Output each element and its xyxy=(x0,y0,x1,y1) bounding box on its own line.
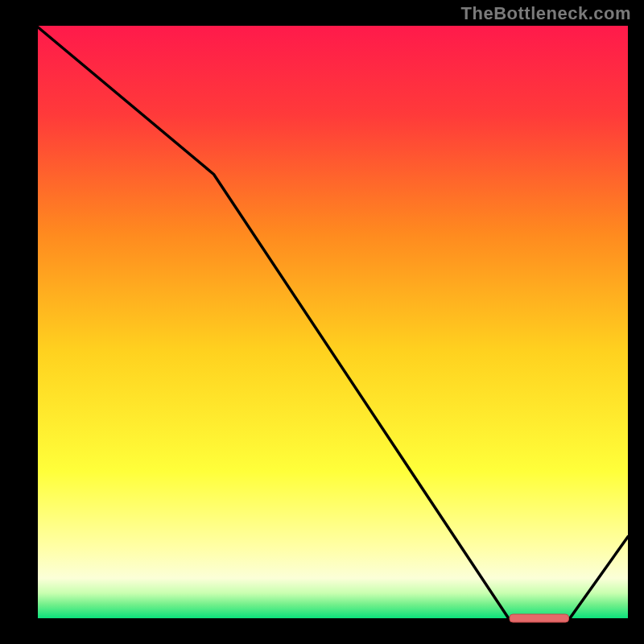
optimal-range-marker xyxy=(510,614,569,622)
chart-container: TheBottleneck.com xyxy=(0,0,644,644)
gradient-background xyxy=(36,26,628,620)
bottleneck-chart xyxy=(0,0,644,644)
